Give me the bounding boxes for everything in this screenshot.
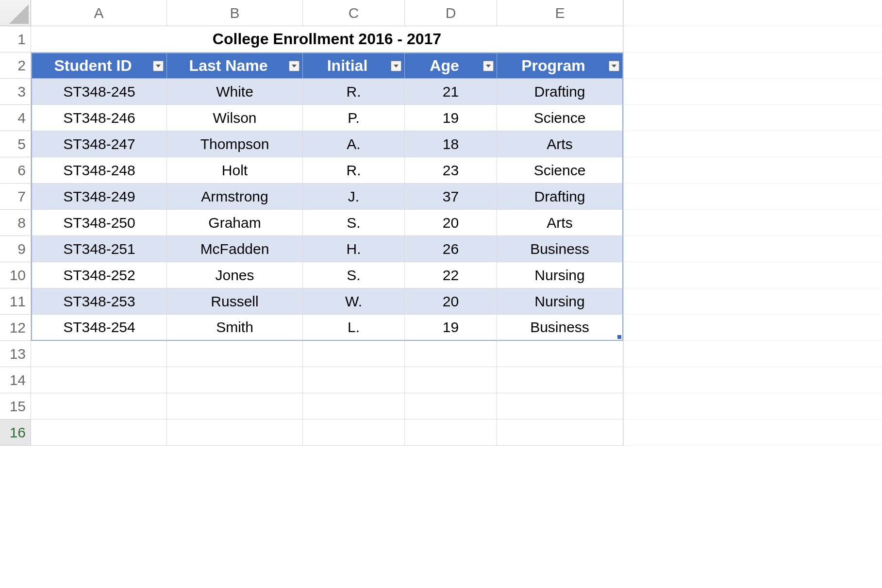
table-cell[interactable]: ST348-254 (31, 315, 167, 341)
empty-cell[interactable] (303, 367, 405, 393)
row-header-8[interactable]: 8 (0, 210, 31, 236)
table-title[interactable]: College Enrollment 2016 - 2017 (31, 26, 623, 52)
empty-cell[interactable] (303, 393, 405, 420)
filter-dropdown-button[interactable] (483, 61, 494, 71)
table-header-initial[interactable]: Initial (303, 52, 405, 79)
table-cell[interactable]: 20 (405, 210, 497, 236)
empty-cell[interactable] (31, 393, 167, 420)
table-cell[interactable]: R. (303, 157, 405, 184)
table-cell[interactable]: Arts (497, 210, 623, 236)
empty-cell[interactable] (497, 393, 623, 420)
filter-dropdown-button[interactable] (391, 61, 401, 71)
table-cell[interactable]: White (167, 79, 303, 105)
table-cell[interactable]: ST348-247 (31, 131, 167, 157)
table-cell[interactable]: W. (303, 288, 405, 315)
empty-cell[interactable] (303, 341, 405, 367)
row-header-1[interactable]: 1 (0, 26, 31, 52)
empty-cell[interactable] (405, 341, 497, 367)
table-cell[interactable]: 19 (405, 315, 497, 341)
empty-cell[interactable] (497, 367, 623, 393)
table-cell[interactable]: S. (303, 262, 405, 288)
table-cell[interactable]: Smith (167, 315, 303, 341)
table-cell[interactable]: P. (303, 105, 405, 131)
table-cell[interactable]: Jones (167, 262, 303, 288)
table-cell[interactable]: ST348-251 (31, 236, 167, 262)
table-cell[interactable]: Arts (497, 131, 623, 157)
table-cell[interactable]: A. (303, 131, 405, 157)
empty-cell[interactable] (497, 341, 623, 367)
table-cell[interactable]: 23 (405, 157, 497, 184)
table-cell[interactable]: ST348-252 (31, 262, 167, 288)
row-header-14[interactable]: 14 (0, 367, 31, 393)
column-header-C[interactable]: C (303, 0, 405, 26)
filter-dropdown-button[interactable] (609, 61, 619, 71)
table-header-program[interactable]: Program (497, 52, 623, 79)
empty-cell[interactable] (31, 420, 167, 446)
row-header-16[interactable]: 16 (0, 420, 31, 446)
table-cell[interactable]: 18 (405, 131, 497, 157)
table-cell[interactable]: 26 (405, 236, 497, 262)
select-all-corner[interactable] (0, 0, 31, 26)
filter-dropdown-button[interactable] (289, 61, 300, 71)
table-cell[interactable]: Russell (167, 288, 303, 315)
empty-cell[interactable] (167, 341, 303, 367)
table-cell[interactable]: Business (497, 315, 623, 341)
table-cell[interactable]: S. (303, 210, 405, 236)
row-header-9[interactable]: 9 (0, 236, 31, 262)
table-header-id[interactable]: Student ID (31, 52, 167, 79)
empty-cell[interactable] (31, 367, 167, 393)
column-header-B[interactable]: B (167, 0, 303, 26)
table-cell[interactable]: ST348-250 (31, 210, 167, 236)
column-header-D[interactable]: D (405, 0, 497, 26)
empty-cell[interactable] (497, 420, 623, 446)
empty-cell[interactable] (303, 420, 405, 446)
column-header-E[interactable]: E (497, 0, 623, 26)
row-header-5[interactable]: 5 (0, 131, 31, 157)
table-cell[interactable]: 20 (405, 288, 497, 315)
empty-cell[interactable] (405, 367, 497, 393)
row-header-12[interactable]: 12 (0, 315, 31, 341)
table-cell[interactable]: ST348-245 (31, 79, 167, 105)
table-cell[interactable]: L. (303, 315, 405, 341)
table-cell[interactable]: Drafting (497, 184, 623, 210)
table-cell[interactable]: ST348-246 (31, 105, 167, 131)
table-cell[interactable]: McFadden (167, 236, 303, 262)
table-cell[interactable]: 22 (405, 262, 497, 288)
row-header-10[interactable]: 10 (0, 262, 31, 288)
table-cell[interactable]: 21 (405, 79, 497, 105)
spreadsheet-grid[interactable]: ABCDE1College Enrollment 2016 - 20172Stu… (0, 0, 623, 446)
row-header-3[interactable]: 3 (0, 79, 31, 105)
row-header-11[interactable]: 11 (0, 288, 31, 315)
table-cell[interactable]: Graham (167, 210, 303, 236)
table-cell[interactable]: ST348-248 (31, 157, 167, 184)
table-cell[interactable]: Science (497, 105, 623, 131)
empty-cell[interactable] (167, 393, 303, 420)
table-cell[interactable]: Nursing (497, 262, 623, 288)
row-header-15[interactable]: 15 (0, 393, 31, 420)
table-cell[interactable]: ST348-253 (31, 288, 167, 315)
empty-cell[interactable] (405, 420, 497, 446)
empty-cell[interactable] (167, 367, 303, 393)
empty-cell[interactable] (167, 420, 303, 446)
column-header-A[interactable]: A (31, 0, 167, 26)
table-header-age[interactable]: Age (405, 52, 497, 79)
row-header-4[interactable]: 4 (0, 105, 31, 131)
table-cell[interactable]: Thompson (167, 131, 303, 157)
table-cell[interactable]: Wilson (167, 105, 303, 131)
row-header-6[interactable]: 6 (0, 157, 31, 184)
filter-dropdown-button[interactable] (153, 61, 164, 71)
table-cell[interactable]: Science (497, 157, 623, 184)
table-cell[interactable]: Drafting (497, 79, 623, 105)
table-cell[interactable]: Holt (167, 157, 303, 184)
table-cell[interactable]: Armstrong (167, 184, 303, 210)
table-cell[interactable]: J. (303, 184, 405, 210)
table-cell[interactable]: Business (497, 236, 623, 262)
table-cell[interactable]: H. (303, 236, 405, 262)
table-cell[interactable]: ST348-249 (31, 184, 167, 210)
row-header-13[interactable]: 13 (0, 341, 31, 367)
table-cell[interactable]: 19 (405, 105, 497, 131)
row-header-2[interactable]: 2 (0, 52, 31, 79)
table-cell[interactable]: Nursing (497, 288, 623, 315)
table-header-last[interactable]: Last Name (167, 52, 303, 79)
table-cell[interactable]: R. (303, 79, 405, 105)
